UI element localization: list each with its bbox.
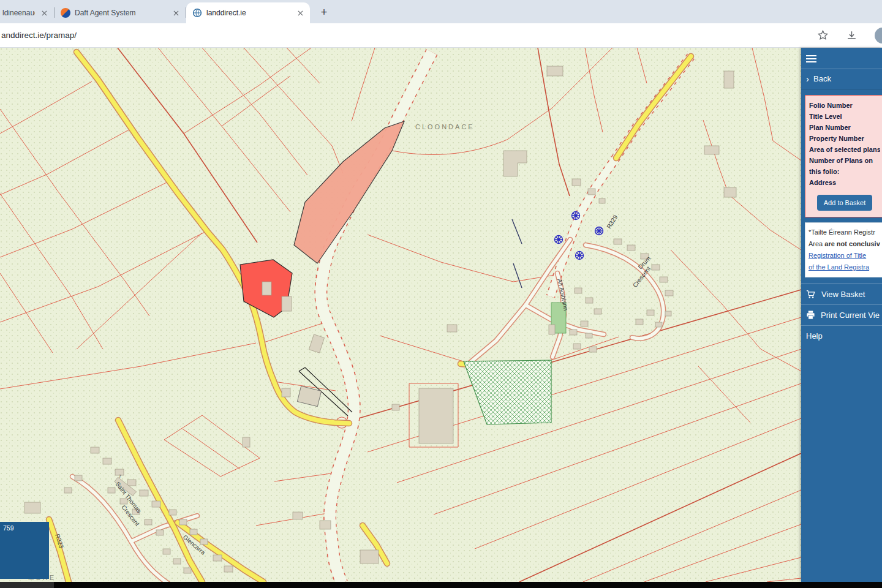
disclaimer-line2-bold: are not conclusiv bbox=[824, 240, 880, 247]
browser-tabstrip: ldineenauct Daft Agent System landdirect… bbox=[0, 0, 882, 23]
browser-tab-2[interactable]: Daft Agent System bbox=[55, 2, 186, 23]
view-basket-label: View Basket bbox=[821, 290, 865, 299]
back-label: Back bbox=[813, 74, 831, 83]
printer-icon bbox=[806, 311, 815, 320]
browser-tab-1[interactable]: ldineenauct bbox=[0, 2, 54, 23]
daft-favicon bbox=[61, 8, 70, 18]
taskbar-edge bbox=[0, 582, 882, 588]
bookmark-star-icon[interactable] bbox=[817, 29, 829, 41]
folio-info-panel: Folio Number Title Level Plan Number Pro… bbox=[805, 95, 882, 217]
browser-tab-3[interactable]: landdirect.ie bbox=[186, 2, 310, 23]
basket-icon bbox=[806, 290, 816, 299]
view-basket-button[interactable]: View Basket bbox=[801, 284, 882, 304]
title-level-label: Title Level bbox=[809, 111, 880, 122]
tab-close-icon[interactable] bbox=[39, 8, 49, 18]
map-image: CLOONDACE R329 Drum Crescent Alt Aoibhin… bbox=[0, 48, 801, 582]
tab-label: Daft Agent System bbox=[75, 9, 167, 17]
globe-favicon bbox=[192, 8, 202, 18]
add-to-basket-button[interactable]: Add to Basket bbox=[817, 195, 873, 211]
plans-count-label-2: this folio: bbox=[809, 166, 880, 177]
overlay-number: 759 bbox=[3, 524, 14, 532]
map-canvas[interactable]: CLOONDACE R329 Drum Crescent Alt Aoibhin… bbox=[0, 48, 801, 582]
map-label-cloondace: CLOONDACE bbox=[415, 123, 475, 130]
address-label: Address bbox=[809, 177, 880, 188]
plan-number-label: Plan Number bbox=[809, 122, 880, 133]
tab-label: ldineenauct bbox=[2, 9, 35, 17]
land-registration-link[interactable]: of the Land Registra bbox=[809, 263, 869, 271]
disclaimer-line2: Area are not conclusiv bbox=[809, 238, 881, 250]
chevron-right-icon: › bbox=[806, 75, 809, 83]
print-label: Print Current Vie bbox=[821, 311, 880, 320]
tab-close-icon[interactable] bbox=[171, 8, 181, 18]
tab-close-icon[interactable] bbox=[295, 8, 305, 18]
disclaimer-line2-plain: Area bbox=[809, 240, 824, 247]
back-button[interactable]: › Back bbox=[801, 69, 882, 89]
folio-number-label: Folio Number bbox=[809, 100, 880, 111]
browser-toolbar: anddirect.ie/pramap/ bbox=[0, 23, 882, 48]
area-label: Area of selected plans bbox=[809, 144, 880, 155]
help-label: Help bbox=[806, 331, 823, 341]
print-button[interactable]: Print Current Vie bbox=[801, 304, 882, 325]
sidebar: › Back Folio Number Title Level Plan Num… bbox=[801, 48, 882, 582]
new-tab-button[interactable]: + bbox=[316, 4, 332, 20]
tab-label: landdirect.ie bbox=[206, 9, 291, 17]
menu-icon[interactable] bbox=[801, 48, 882, 69]
download-icon[interactable] bbox=[846, 29, 858, 41]
map-house-number: 7 bbox=[119, 474, 121, 478]
url-bar[interactable]: anddirect.ie/pramap/ bbox=[1, 31, 77, 40]
property-number-label: Property Number bbox=[809, 133, 880, 144]
help-link[interactable]: Help bbox=[801, 325, 882, 346]
map-overlay-box: 759 bbox=[0, 522, 49, 579]
disclaimer-panel: *Tailte Éireann Registr Area are not con… bbox=[805, 222, 882, 277]
plans-count-label: Number of Plans on bbox=[809, 155, 880, 166]
profile-avatar[interactable] bbox=[875, 28, 882, 43]
registration-of-title-link[interactable]: Registration of Title bbox=[809, 252, 866, 259]
disclaimer-line1: *Tailte Éireann Registr bbox=[809, 227, 881, 238]
